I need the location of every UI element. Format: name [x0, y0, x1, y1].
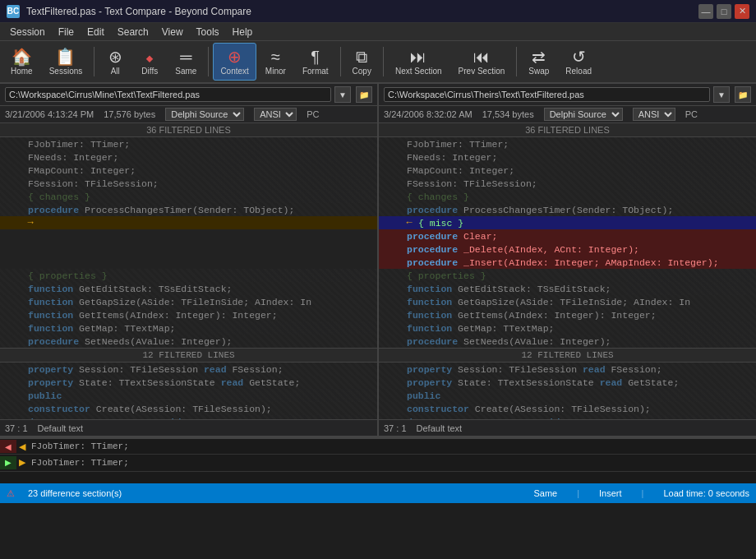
next-section-button[interactable]: ⏭ Next Section [388, 43, 449, 81]
right-code-lines-2: property Session: TFileSession read FSes… [379, 363, 756, 419]
table-row: ← { misc } [379, 216, 756, 229]
prev-section-icon: ⏮ [473, 49, 490, 65]
table-row: property State: TTextSessionState read G… [0, 376, 377, 389]
right-browse-button[interactable]: ▼ [713, 86, 730, 103]
diff-ins-indicator: ▶ [0, 456, 16, 469]
table-row: FSession: TFileSession; [379, 177, 756, 190]
sessions-icon: 📋 [55, 49, 76, 65]
home-button[interactable]: 🏠 Home [3, 43, 40, 81]
menu-tools[interactable]: Tools [190, 25, 226, 39]
left-encoding-select[interactable]: ANSI [254, 108, 297, 121]
table-row: function GetEditStack: TSsEditStack; [0, 282, 377, 295]
swap-button[interactable]: ⇄ Swap [521, 43, 556, 81]
mode-indicator: Same [533, 488, 557, 498]
diffs-button[interactable]: ⬥ Diffs [133, 43, 166, 81]
menu-bar: Session File Edit Search View Tools Help [0, 23, 756, 41]
right-date: 3/24/2006 8:32:02 AM [384, 109, 472, 119]
same-button[interactable]: ═ Same [168, 43, 204, 81]
all-icon: ⊛ [108, 49, 122, 65]
reload-icon: ↺ [572, 49, 586, 65]
right-size: 17,534 bytes [482, 109, 534, 119]
left-pane: ▼ 📁 3/21/2006 4:13:24 PM 17,576 bytes De… [0, 84, 379, 436]
diff-preview-spacer [0, 471, 756, 483]
context-button[interactable]: ⊕ Context [213, 43, 256, 81]
sessions-button[interactable]: 📋 Sessions [42, 43, 90, 81]
diffs-icon: ⬥ [145, 49, 154, 65]
window-controls: — □ ✕ [698, 4, 749, 19]
left-filter-banner-2: 12 FILTERED LINES [0, 348, 377, 363]
left-code-lines: FJobTimer: TTimer; FNeeds: Integer; FMap… [0, 137, 377, 348]
left-pane-content[interactable]: FJobTimer: TTimer; FNeeds: Integer; FMap… [0, 137, 377, 419]
diff-del-code: FJobTimer: TTimer; [28, 441, 129, 451]
minor-button[interactable]: ≈ Minor [258, 43, 293, 81]
right-filter-banner: 36 FILTERED LINES [379, 123, 756, 137]
minimize-button[interactable]: — [698, 4, 713, 19]
menu-help[interactable]: Help [226, 25, 260, 39]
copy-button[interactable]: ⧉ Copy [345, 43, 379, 81]
right-encoding-select[interactable]: ANSI [633, 108, 675, 121]
diff-preview-row-ins: ▶ ▶ FJobTimer: TTimer; [0, 455, 756, 470]
left-format-select[interactable]: Delphi Source [165, 108, 244, 121]
toolbar-sep-2 [208, 47, 209, 76]
left-position: 37 : 1 [5, 423, 28, 433]
table-row: { properties } [0, 269, 377, 282]
right-path-input[interactable] [384, 87, 710, 102]
left-text-type: Default text [38, 423, 84, 433]
insert-mode: Insert [599, 488, 622, 498]
left-browse-button[interactable]: ▼ [334, 86, 351, 103]
menu-view[interactable]: View [155, 25, 190, 39]
table-row: property State: TTextSessionState read G… [379, 376, 756, 389]
table-row [0, 243, 377, 256]
table-row: { changes } [0, 190, 377, 203]
prev-section-button[interactable]: ⏮ Prev Section [451, 43, 513, 81]
menu-file[interactable]: File [52, 25, 81, 39]
table-row: { properties } [379, 269, 756, 282]
table-row: function GetGapSize(ASide: TFileInSide; … [0, 295, 377, 308]
copy-icon: ⧉ [356, 49, 367, 65]
right-folder-button[interactable]: 📁 [735, 86, 751, 103]
reload-button[interactable]: ↺ Reload [558, 43, 599, 81]
table-row: procedure _Delete(AIndex, ACnt: Integer)… [379, 243, 756, 256]
table-row: procedure SetNeeds(AValue: Integer); [0, 335, 377, 348]
swap-icon: ⇄ [532, 49, 546, 65]
compare-area: ▼ 📁 3/21/2006 4:13:24 PM 17,576 bytes De… [0, 84, 756, 437]
table-row: FJobTimer: TTimer; [0, 137, 377, 150]
next-section-icon: ⏭ [410, 49, 426, 65]
left-status-bar: 37 : 1 Default text [0, 419, 377, 436]
table-row: FNeeds: Integer; [379, 150, 756, 164]
right-format-select[interactable]: Delphi Source [544, 108, 623, 121]
table-row: property Session: TFileSession read FSes… [0, 363, 377, 376]
left-code-lines-2: property Session: TFileSession read FSes… [0, 363, 377, 419]
table-row: constructor Create(ASession: TFileSessio… [379, 402, 756, 415]
diff-left-arrow: ◀ [16, 441, 28, 452]
table-row: function GetItems(AIndex: Integer): Inte… [0, 308, 377, 321]
table-row: function GetItems(AIndex: Integer): Inte… [379, 308, 756, 321]
format-icon: ¶ [311, 49, 320, 65]
menu-session[interactable]: Session [3, 25, 52, 39]
table-row: destructor Destroy; override; [379, 415, 756, 419]
menu-search[interactable]: Search [111, 25, 155, 39]
right-pane-content[interactable]: FJobTimer: TTimer; FNeeds: Integer; FMap… [379, 137, 756, 419]
right-status-bar: 37 : 1 Default text [379, 419, 756, 436]
table-row: FMapCount: Integer; [0, 164, 377, 177]
table-row: function GetMap: TTextMap; [0, 321, 377, 335]
same-icon: ═ [180, 49, 191, 65]
toolbar-sep-5 [516, 47, 517, 76]
all-button[interactable]: ⊛ All [99, 43, 131, 81]
table-row: procedure ProcessChangesTimer(Sender: TO… [379, 203, 756, 216]
left-date: 3/21/2006 4:13:24 PM [5, 109, 94, 119]
table-row: destructor Destroy; override; [0, 415, 377, 419]
maximize-button[interactable]: □ [717, 4, 731, 19]
close-button[interactable]: ✕ [735, 4, 749, 19]
diff-right-arrow: ▶ [16, 457, 28, 468]
table-row: FSession: TFileSession; [0, 177, 377, 190]
left-pane-meta: 3/21/2006 4:13:24 PM 17,576 bytes Delphi… [0, 106, 377, 123]
format-button[interactable]: ¶ Format [295, 43, 336, 81]
left-path-input[interactable] [5, 87, 331, 102]
table-row: public [0, 389, 377, 402]
menu-edit[interactable]: Edit [81, 25, 111, 39]
app-icon: BC [7, 5, 20, 18]
minor-icon: ≈ [271, 49, 280, 65]
left-folder-button[interactable]: 📁 [356, 86, 372, 103]
toolbar-sep-3 [340, 47, 341, 76]
